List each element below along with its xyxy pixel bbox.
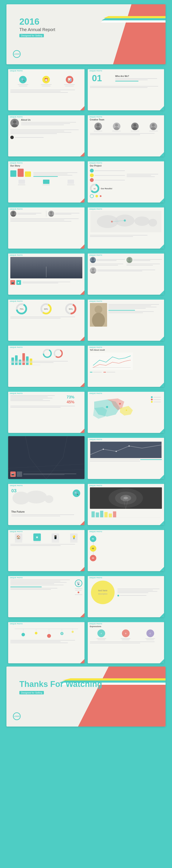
creative-team-title: Creative Team (88, 118, 164, 122)
svg-point-15 (50, 212, 52, 214)
orange-corner-9 (80, 521, 84, 525)
svg-text:60%: 60% (44, 308, 48, 310)
slide-header-4 (88, 114, 164, 115)
slide-photo-person: Unique Photo (88, 298, 164, 341)
teal-corner-10 (160, 521, 164, 525)
slides-row-1: Unique Photo 🔍 ⏰ 📊 (6, 67, 166, 111)
teal-corner-13 (160, 659, 164, 663)
svg-point-8 (152, 124, 155, 127)
slide-label-11: Unique Photo (8, 300, 84, 302)
svg-point-70 (45, 495, 53, 503)
slides-row-9: 📷 🎵 Unique Photo (6, 436, 166, 479)
slide-header-12 (88, 298, 164, 300)
svg-point-88 (22, 633, 25, 636)
svg-text:B: B (125, 632, 126, 634)
future-number: 03 (11, 489, 17, 493)
svg-point-13 (12, 212, 15, 214)
orange-corner-2 (80, 152, 84, 156)
svg-point-20 (134, 216, 149, 226)
teal-corner-2 (160, 152, 164, 156)
slide-label-23: Unique Photo (88, 576, 164, 579)
svg-text:50%: 50% (69, 308, 73, 310)
slide-label-20: Unique Photo (8, 530, 84, 532)
thanks-subtitle: Designed for Selling (19, 691, 44, 694)
icon-play: ▶ (16, 280, 21, 285)
slide-future: Unique Photo 🔍 03 The Future (8, 482, 84, 525)
svg-point-4 (115, 124, 118, 127)
slide-about-us: Unique Photo About Us (8, 114, 84, 156)
slide-header-8 (88, 206, 164, 208)
slide-thanks: Thanks For Watching Designed for Selling… (6, 666, 166, 726)
orange-corner-5 (80, 290, 84, 295)
road-photo (10, 257, 82, 278)
teal-corner-8 (160, 429, 164, 433)
stat-1: 73% (67, 395, 74, 399)
svg-point-90 (35, 632, 38, 634)
hanging-dots-svg (10, 626, 82, 639)
donut-1: 75% (16, 303, 27, 315)
slide-persons-2: Unique Photo (88, 252, 164, 295)
icon-chart: 📊 (66, 76, 73, 83)
team-member-2 (112, 123, 121, 131)
svg-point-3 (95, 127, 101, 130)
svg-rect-79 (104, 512, 107, 517)
svg-point-7 (132, 127, 138, 130)
magnifier-icon: 🔍 (73, 490, 80, 497)
slide-label-6: Unique Photo (88, 161, 164, 164)
svg-text:A: A (101, 632, 102, 634)
slide-header-9 (8, 252, 84, 253)
line-chart-svg (90, 352, 133, 370)
expressions-title: Expressions (88, 624, 164, 628)
slide-map-1: Unique Photo (88, 206, 164, 249)
slide-header (8, 67, 84, 69)
who-are-we-title: Who Are We? (115, 75, 162, 78)
slide-label-4: Unique Photo (88, 115, 164, 118)
grid-icon-1: 🏠 (15, 533, 22, 542)
orange-corner-11 (80, 613, 84, 617)
slide-header-2 (88, 67, 164, 69)
world-map (90, 211, 162, 232)
teal-corner-6 (160, 337, 164, 341)
slide-dark-road: 📷 🎵 (8, 436, 84, 479)
slides-row-7: Unique Photo (6, 344, 166, 387)
vertical-bars (90, 510, 162, 518)
slide-person-1: Unique Photo (8, 206, 84, 249)
stripe-container (70, 4, 166, 64)
svg-rect-46 (22, 353, 25, 365)
svg-point-67 (128, 445, 130, 447)
slide-header-5 (8, 160, 84, 161)
svg-point-30 (91, 271, 95, 274)
page-wrapper: 2016 The Annual Report Designed for Sell… (0, 0, 172, 731)
large-yellow-circle: text here description (90, 580, 116, 605)
rss-icon: 📡 (75, 580, 82, 587)
svg-point-66 (116, 451, 117, 452)
grid-icon-2: ★ (33, 533, 41, 542)
svg-text:C: C (149, 632, 151, 634)
tunnel-photo (90, 487, 162, 509)
svg-rect-47 (26, 356, 29, 365)
svg-point-14 (11, 214, 16, 217)
white-stripe (101, 20, 166, 23)
teal-corner-4 (160, 244, 164, 249)
slide-dots-timeline: Unique Photo (8, 620, 84, 663)
orange-corner-6 (80, 337, 84, 341)
slide-header-22 (8, 575, 84, 576)
svg-rect-76 (91, 512, 95, 517)
future-title: The Future (11, 510, 81, 513)
slide-label-2: Unique Photo (88, 69, 164, 71)
slide-expressions: Unique Photo Expressions A B (88, 620, 164, 663)
slide-header-11 (8, 298, 84, 300)
teal-corner (160, 106, 164, 111)
grid-icon-4: 💡 (70, 533, 78, 542)
cover-content: 2016 The Annual Report Designed for Sell… (19, 17, 55, 37)
yellow-stripe (103, 16, 166, 18)
svg-rect-44 (15, 355, 18, 365)
svg-rect-48 (30, 359, 32, 365)
slide-tunnel: Unique Photo (88, 482, 164, 525)
svg-point-26 (91, 260, 95, 263)
cover-logo-circle: LOGO (13, 50, 21, 58)
icons-row: 🔍 ⏰ 📊 (8, 71, 84, 89)
icon-camera: 📷 (10, 280, 15, 285)
thanks-logo-circle: LOGO (13, 712, 21, 720)
stat-2: 45% (67, 400, 74, 404)
